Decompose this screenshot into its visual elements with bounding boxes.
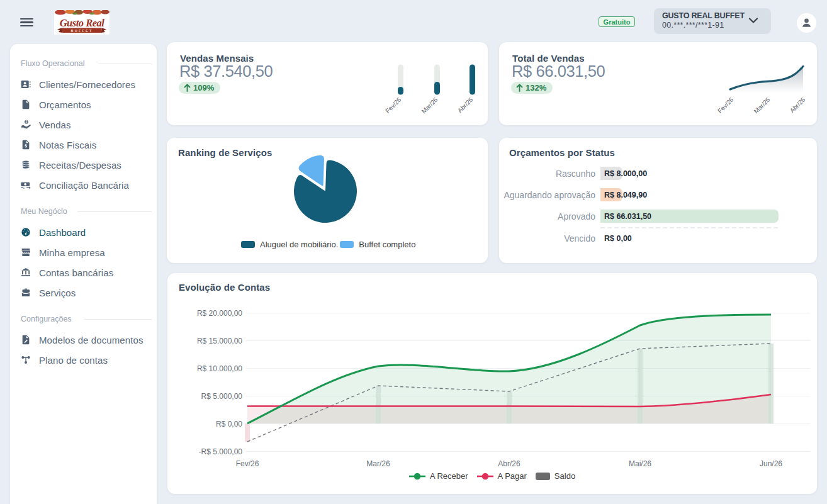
svg-text:Jun/26: Jun/26 xyxy=(760,459,782,468)
svg-text:Fev/26: Fev/26 xyxy=(716,96,735,115)
svg-text:R$ 20.000,00: R$ 20.000,00 xyxy=(197,309,242,318)
svg-text:Mar/26: Mar/26 xyxy=(366,459,390,468)
svg-text:Abr/26: Abr/26 xyxy=(456,96,475,114)
svg-text:-R$ 5.000,00: -R$ 5.000,00 xyxy=(199,447,243,456)
svg-text:R$ 10.000,00: R$ 10.000,00 xyxy=(197,364,242,373)
svg-text:Fev/26: Fev/26 xyxy=(236,459,259,468)
svg-text:R$ 0,00: R$ 0,00 xyxy=(216,420,242,428)
svg-text:R$ 15.000,00: R$ 15.000,00 xyxy=(197,337,242,345)
svg-text:BUFFET: BUFFET xyxy=(71,29,93,33)
svg-text:Mar/26: Mar/26 xyxy=(420,96,439,115)
svg-text:Gusto Real: Gusto Real xyxy=(60,17,105,29)
svg-text:Mai/26: Mai/26 xyxy=(629,459,651,468)
svg-text:Abr/26: Abr/26 xyxy=(789,96,807,114)
svg-text:Mar/26: Mar/26 xyxy=(753,96,772,115)
svg-text:$: $ xyxy=(26,120,28,123)
svg-text:Abr/26: Abr/26 xyxy=(498,459,520,468)
svg-text:R$ 5.000,00: R$ 5.000,00 xyxy=(201,392,243,401)
svg-text:Fev/26: Fev/26 xyxy=(384,96,403,115)
